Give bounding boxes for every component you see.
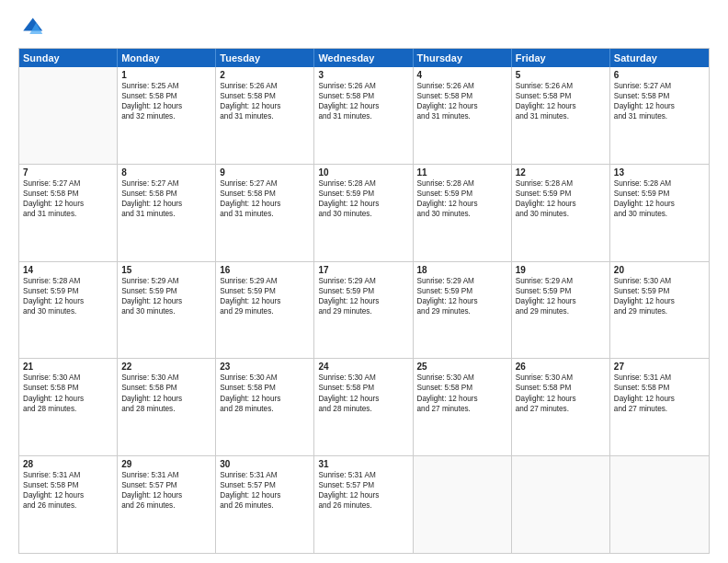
day-number: 27 — [614, 362, 705, 372]
header-day-saturday: Saturday — [610, 49, 709, 67]
day-number: 18 — [417, 265, 507, 275]
logo — [18, 15, 48, 40]
calendar-cell: 27Sunrise: 5:31 AM Sunset: 5:58 PM Dayli… — [610, 359, 709, 455]
day-number: 30 — [220, 459, 310, 469]
day-info: Sunrise: 5:31 AM Sunset: 5:58 PM Dayligh… — [614, 373, 705, 413]
header-day-tuesday: Tuesday — [216, 49, 314, 67]
day-info: Sunrise: 5:28 AM Sunset: 5:59 PM Dayligh… — [23, 276, 113, 316]
day-info: Sunrise: 5:27 AM Sunset: 5:58 PM Dayligh… — [220, 178, 310, 219]
day-info: Sunrise: 5:29 AM Sunset: 5:59 PM Dayligh… — [220, 276, 310, 316]
calendar-cell — [610, 456, 709, 553]
calendar-cell: 25Sunrise: 5:30 AM Sunset: 5:58 PM Dayli… — [414, 359, 512, 455]
header-day-monday: Monday — [118, 49, 216, 67]
header-day-thursday: Thursday — [414, 49, 512, 67]
day-info: Sunrise: 5:26 AM Sunset: 5:58 PM Dayligh… — [318, 81, 408, 121]
calendar-week-3: 14Sunrise: 5:28 AM Sunset: 5:59 PM Dayli… — [19, 261, 709, 359]
day-number: 10 — [318, 167, 408, 178]
day-number: 6 — [614, 70, 705, 80]
day-info: Sunrise: 5:30 AM Sunset: 5:58 PM Dayligh… — [318, 373, 408, 413]
day-number: 23 — [220, 362, 310, 372]
day-info: Sunrise: 5:27 AM Sunset: 5:58 PM Dayligh… — [121, 178, 211, 219]
day-number: 3 — [318, 70, 408, 80]
day-number: 22 — [121, 362, 211, 372]
day-number: 7 — [23, 167, 113, 178]
page: SundayMondayTuesdayWednesdayThursdayFrid… — [0, 0, 728, 563]
calendar-cell: 7Sunrise: 5:27 AM Sunset: 5:58 PM Daylig… — [19, 165, 118, 261]
header-day-friday: Friday — [512, 49, 610, 67]
day-number: 1 — [121, 70, 211, 80]
calendar-cell: 16Sunrise: 5:29 AM Sunset: 5:59 PM Dayli… — [216, 262, 314, 359]
calendar-cell: 1Sunrise: 5:25 AM Sunset: 5:58 PM Daylig… — [118, 67, 216, 164]
day-info: Sunrise: 5:29 AM Sunset: 5:59 PM Dayligh… — [121, 276, 211, 316]
calendar-cell: 19Sunrise: 5:29 AM Sunset: 5:59 PM Dayli… — [512, 262, 610, 359]
day-number: 28 — [23, 459, 113, 469]
calendar-cell: 28Sunrise: 5:31 AM Sunset: 5:58 PM Dayli… — [19, 456, 118, 553]
day-number: 15 — [121, 265, 211, 275]
calendar-week-2: 7Sunrise: 5:27 AM Sunset: 5:58 PM Daylig… — [19, 164, 709, 261]
day-info: Sunrise: 5:27 AM Sunset: 5:58 PM Dayligh… — [23, 178, 113, 219]
day-number: 29 — [121, 459, 211, 469]
day-number: 21 — [23, 362, 113, 372]
day-info: Sunrise: 5:31 AM Sunset: 5:57 PM Dayligh… — [318, 470, 408, 511]
day-info: Sunrise: 5:28 AM Sunset: 5:59 PM Dayligh… — [614, 178, 705, 219]
day-info: Sunrise: 5:28 AM Sunset: 5:59 PM Dayligh… — [516, 178, 606, 219]
day-number: 31 — [318, 459, 408, 469]
day-number: 16 — [220, 265, 310, 275]
calendar-cell — [414, 456, 512, 553]
calendar-week-4: 21Sunrise: 5:30 AM Sunset: 5:58 PM Dayli… — [19, 358, 709, 455]
day-info: Sunrise: 5:30 AM Sunset: 5:59 PM Dayligh… — [614, 276, 705, 316]
calendar-cell — [512, 456, 610, 553]
calendar-cell: 12Sunrise: 5:28 AM Sunset: 5:59 PM Dayli… — [512, 165, 610, 261]
calendar-cell: 6Sunrise: 5:27 AM Sunset: 5:58 PM Daylig… — [610, 67, 709, 164]
day-info: Sunrise: 5:30 AM Sunset: 5:58 PM Dayligh… — [417, 373, 507, 413]
day-info: Sunrise: 5:26 AM Sunset: 5:58 PM Dayligh… — [417, 81, 507, 121]
calendar-cell: 26Sunrise: 5:30 AM Sunset: 5:58 PM Dayli… — [512, 359, 610, 455]
calendar-cell: 21Sunrise: 5:30 AM Sunset: 5:58 PM Dayli… — [19, 359, 118, 455]
calendar-cell: 11Sunrise: 5:28 AM Sunset: 5:59 PM Dayli… — [414, 165, 512, 261]
day-number: 20 — [614, 265, 705, 275]
day-info: Sunrise: 5:26 AM Sunset: 5:58 PM Dayligh… — [516, 81, 606, 121]
calendar-week-5: 28Sunrise: 5:31 AM Sunset: 5:58 PM Dayli… — [19, 455, 709, 553]
calendar-cell: 29Sunrise: 5:31 AM Sunset: 5:57 PM Dayli… — [118, 456, 216, 553]
calendar-cell: 31Sunrise: 5:31 AM Sunset: 5:57 PM Dayli… — [314, 456, 413, 553]
calendar-cell: 30Sunrise: 5:31 AM Sunset: 5:57 PM Dayli… — [216, 456, 314, 553]
day-number: 24 — [318, 362, 408, 372]
calendar-cell: 4Sunrise: 5:26 AM Sunset: 5:58 PM Daylig… — [414, 67, 512, 164]
day-info: Sunrise: 5:31 AM Sunset: 5:57 PM Dayligh… — [220, 470, 310, 511]
calendar-cell: 20Sunrise: 5:30 AM Sunset: 5:59 PM Dayli… — [610, 262, 709, 359]
day-info: Sunrise: 5:28 AM Sunset: 5:59 PM Dayligh… — [417, 178, 507, 219]
calendar-cell: 17Sunrise: 5:29 AM Sunset: 5:59 PM Dayli… — [314, 262, 413, 359]
day-info: Sunrise: 5:31 AM Sunset: 5:57 PM Dayligh… — [121, 470, 211, 511]
day-number: 19 — [516, 265, 606, 275]
day-info: Sunrise: 5:28 AM Sunset: 5:59 PM Dayligh… — [318, 178, 408, 219]
day-number: 17 — [318, 265, 408, 275]
calendar-cell: 9Sunrise: 5:27 AM Sunset: 5:58 PM Daylig… — [216, 165, 314, 261]
calendar: SundayMondayTuesdayWednesdayThursdayFrid… — [18, 48, 710, 554]
day-number: 26 — [516, 362, 606, 372]
calendar-cell: 3Sunrise: 5:26 AM Sunset: 5:58 PM Daylig… — [314, 67, 413, 164]
day-number: 13 — [614, 167, 705, 178]
day-number: 4 — [417, 70, 507, 80]
calendar-cell: 13Sunrise: 5:28 AM Sunset: 5:59 PM Dayli… — [610, 165, 709, 261]
calendar-cell: 2Sunrise: 5:26 AM Sunset: 5:58 PM Daylig… — [216, 67, 314, 164]
day-number: 12 — [516, 167, 606, 178]
day-info: Sunrise: 5:26 AM Sunset: 5:58 PM Dayligh… — [220, 81, 310, 121]
day-number: 9 — [220, 167, 310, 178]
day-info: Sunrise: 5:27 AM Sunset: 5:58 PM Dayligh… — [614, 81, 705, 121]
calendar-cell: 5Sunrise: 5:26 AM Sunset: 5:58 PM Daylig… — [512, 67, 610, 164]
calendar-cell: 22Sunrise: 5:30 AM Sunset: 5:58 PM Dayli… — [118, 359, 216, 455]
logo-icon — [18, 15, 44, 40]
day-number: 25 — [417, 362, 507, 372]
calendar-cell: 24Sunrise: 5:30 AM Sunset: 5:58 PM Dayli… — [314, 359, 413, 455]
calendar-week-1: 1Sunrise: 5:25 AM Sunset: 5:58 PM Daylig… — [19, 67, 709, 164]
calendar-cell: 23Sunrise: 5:30 AM Sunset: 5:58 PM Dayli… — [216, 359, 314, 455]
day-number: 5 — [516, 70, 606, 80]
calendar-cell: 14Sunrise: 5:28 AM Sunset: 5:59 PM Dayli… — [19, 262, 118, 359]
day-info: Sunrise: 5:30 AM Sunset: 5:58 PM Dayligh… — [121, 373, 211, 413]
calendar-header: SundayMondayTuesdayWednesdayThursdayFrid… — [19, 49, 709, 67]
day-number: 2 — [220, 70, 310, 80]
day-info: Sunrise: 5:29 AM Sunset: 5:59 PM Dayligh… — [516, 276, 606, 316]
calendar-cell: 18Sunrise: 5:29 AM Sunset: 5:59 PM Dayli… — [414, 262, 512, 359]
calendar-cell: 15Sunrise: 5:29 AM Sunset: 5:59 PM Dayli… — [118, 262, 216, 359]
day-info: Sunrise: 5:30 AM Sunset: 5:58 PM Dayligh… — [23, 373, 113, 413]
